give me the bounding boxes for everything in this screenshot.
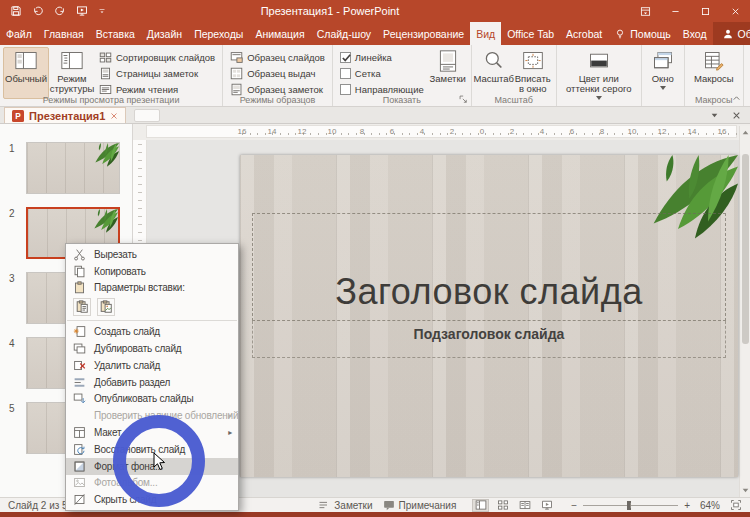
save-icon[interactable] xyxy=(10,5,22,17)
ribbon-tab[interactable]: Вид xyxy=(470,22,501,45)
ribbon-tab[interactable]: Дизайн xyxy=(141,22,188,45)
context-menu-item[interactable]: Параметры вставки: xyxy=(66,280,238,297)
small-button-label: Образец слайдов xyxy=(247,52,325,63)
ribbon-tab[interactable]: Acrobat xyxy=(560,22,608,45)
context-menu-item[interactable]: Опубликовать слайды xyxy=(66,391,238,408)
zoom-percentage[interactable]: 64% xyxy=(700,500,720,511)
ribbon-tab[interactable]: Анимация xyxy=(249,22,310,45)
ribbon-checkbox[interactable]: Линейка xyxy=(340,51,424,64)
zoom-out-icon[interactable]: − xyxy=(571,500,577,511)
window-button[interactable]: Окно xyxy=(645,47,681,99)
collapse-ribbon-icon[interactable] xyxy=(731,94,742,103)
slide-title[interactable]: Заголовок слайда xyxy=(335,271,642,313)
ribbon-small-button[interactable]: Сортировщик слайдов xyxy=(99,51,215,64)
small-button-label: Страницы заметок xyxy=(116,68,198,79)
ribbon-tab[interactable]: Файл xyxy=(0,22,38,45)
redo-icon[interactable] xyxy=(54,5,66,17)
slide-canvas[interactable]: Заголовок слайда Подзаголовок слайда xyxy=(240,155,738,477)
document-tab-controls xyxy=(710,111,750,120)
slide-sorter-shortcut[interactable] xyxy=(494,499,511,512)
scrollbar-thumb[interactable] xyxy=(742,154,749,344)
ribbon-tab[interactable]: Рецензирование xyxy=(377,22,470,45)
scroll-down-icon[interactable] xyxy=(741,486,750,495)
ribbon-display-options-button[interactable] xyxy=(630,0,660,22)
checkbox-label: Сетка xyxy=(355,68,381,79)
normal-view-label: Обычный xyxy=(5,74,47,84)
fit-to-window-button[interactable]: Вписать в окно xyxy=(513,47,553,99)
ribbon-tab[interactable]: Вставка xyxy=(90,22,141,45)
tab-list-dropdown-icon[interactable] xyxy=(710,111,719,120)
fit-slide-to-window-icon[interactable] xyxy=(730,499,742,511)
scroll-up-icon[interactable] xyxy=(741,128,750,137)
menu-item-label: Создать слайд xyxy=(94,326,160,337)
window-icon xyxy=(651,50,675,72)
subtitle-placeholder[interactable]: Подзаголовок слайда xyxy=(252,321,725,358)
checkbox-box[interactable] xyxy=(340,84,351,95)
ribbon-tab[interactable]: Общий доступ xyxy=(713,22,750,45)
ribbon-tab[interactable]: Office Tab xyxy=(501,22,560,45)
checkbox-label: Направляющие xyxy=(355,84,424,95)
close-document-icon[interactable] xyxy=(732,111,741,120)
paste-picture-button[interactable] xyxy=(97,298,115,316)
ribbon-small-button[interactable]: Страницы заметок xyxy=(99,67,215,80)
context-menu-item[interactable]: Вырезать xyxy=(66,246,238,263)
color-grayscale-button[interactable]: Цвет или оттенки серого xyxy=(560,47,638,99)
minimize-button[interactable] xyxy=(660,0,690,22)
context-menu-item[interactable]: Добавить раздел xyxy=(66,374,238,391)
ribbon-small-button[interactable]: Образец выдач xyxy=(230,67,325,80)
checkbox-box[interactable] xyxy=(340,68,351,79)
notes-button[interactable]: Заметки xyxy=(428,47,468,99)
maximize-button[interactable] xyxy=(690,0,720,22)
ribbon-tab[interactable]: Слайд-шоу xyxy=(311,22,377,45)
ribbon-checkbox[interactable]: Сетка xyxy=(340,67,424,80)
checkbox-box[interactable] xyxy=(340,52,351,63)
new-document-tab-button[interactable] xyxy=(134,109,160,122)
svg-text:P: P xyxy=(15,112,21,121)
outline-view-button[interactable]: Режим структуры xyxy=(49,47,95,99)
slide-thumbnail[interactable] xyxy=(26,142,120,194)
zoom-slider-track[interactable] xyxy=(583,505,678,506)
slideshow-shortcut[interactable] xyxy=(538,499,555,512)
reading-view-shortcut[interactable] xyxy=(516,499,533,512)
macros-button[interactable]: Макросы xyxy=(688,47,740,99)
ruler-numbers: 1614121086420246810121416 xyxy=(227,126,737,138)
document-tab-label: Презентация1 xyxy=(29,110,105,122)
menu-item-label: Макет xyxy=(94,427,121,438)
start-slideshow-icon[interactable] xyxy=(76,5,88,17)
tab-close-icon[interactable] xyxy=(110,112,118,120)
normal-view-shortcut[interactable] xyxy=(472,499,489,512)
ribbon-tab[interactable]: Переходы xyxy=(188,22,249,45)
title-placeholder[interactable]: Заголовок слайда xyxy=(252,213,725,321)
document-tab[interactable]: P Презентация1 xyxy=(4,107,126,123)
comments-toggle[interactable]: Примечания xyxy=(383,499,457,511)
tab-label: Помощь xyxy=(630,28,671,40)
document-tab-bar: P Презентация1 xyxy=(0,107,750,124)
context-menu-item[interactable]: Дублировать слайд xyxy=(66,340,238,357)
zoom-slider[interactable]: − + xyxy=(571,500,690,511)
group-label: Показать xyxy=(333,95,471,105)
window-label: Окно xyxy=(652,74,674,84)
normal-view-icon xyxy=(475,499,487,511)
ruler-number: 14 xyxy=(677,126,707,138)
context-menu-item[interactable]: Удалить слайд xyxy=(66,357,238,374)
zoom-button[interactable]: Масштаб xyxy=(475,47,513,99)
ribbon-tab[interactable]: Главная xyxy=(38,22,90,45)
ribbon-tab[interactable]: Помощь xyxy=(608,22,677,45)
horizontal-ruler[interactable]: 1614121086420246810121416 xyxy=(146,125,737,138)
ribbon-small-button[interactable]: Образец слайдов xyxy=(230,51,325,64)
close-button[interactable] xyxy=(720,0,750,22)
undo-icon[interactable] xyxy=(32,5,44,17)
slide-subtitle[interactable]: Подзаголовок слайда xyxy=(414,326,565,342)
normal-view-button[interactable]: Обычный xyxy=(3,47,49,99)
paste-keep-formatting-button[interactable] xyxy=(73,298,91,316)
menu-item-icon xyxy=(73,409,86,422)
vertical-scrollbar[interactable] xyxy=(739,126,750,497)
context-menu-item[interactable]: Создать слайд xyxy=(66,323,238,340)
outline-view-label: Режим структуры xyxy=(50,74,95,94)
ribbon-tab[interactable]: Вход xyxy=(677,22,713,45)
zoom-in-icon[interactable]: + xyxy=(684,500,690,511)
ruler-number: 6 xyxy=(377,126,407,138)
context-menu-item[interactable]: Копировать xyxy=(66,263,238,280)
notes-toggle[interactable]: Заметки xyxy=(318,499,372,511)
customize-qat-icon[interactable] xyxy=(98,7,106,15)
